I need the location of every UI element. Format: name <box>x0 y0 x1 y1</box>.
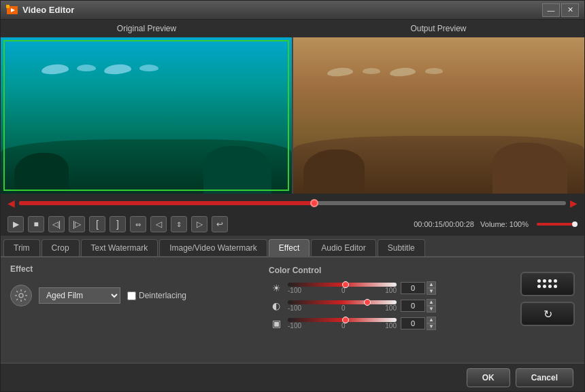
saturation-up-btn[interactable]: ▲ <box>427 317 436 323</box>
tabs-bar: Trim Crop Text Watermark Image/Video Wat… <box>1 236 584 257</box>
step-forward-button[interactable]: |▷ <box>69 216 85 232</box>
contrast-icon: ◐ <box>269 298 284 313</box>
saturation-icon: ▣ <box>269 316 284 331</box>
contrast-value-box: ▲ ▼ <box>401 299 436 313</box>
saturation-spinners: ▲ ▼ <box>427 317 436 330</box>
fast-forward-button[interactable]: ▷ <box>191 216 207 232</box>
volume-thumb[interactable] <box>572 221 578 227</box>
fish-1 <box>41 63 69 75</box>
effect-row: Aged Film None Sepia Black & White Negat… <box>10 285 262 306</box>
fish-right <box>327 68 443 76</box>
svg-rect-2 <box>6 5 10 8</box>
timeline-end-arrow: ▶ <box>570 198 578 209</box>
brightness-slider-container: -100 0 100 <box>288 283 397 294</box>
saturation-thumb[interactable] <box>342 317 349 323</box>
content-row: Effect Aged Film None Sepia Black & Whit… <box>10 264 575 334</box>
fish-r-4 <box>425 68 443 74</box>
cancel-button[interactable]: Cancel <box>516 368 573 387</box>
contrast-value-input[interactable] <box>401 300 425 312</box>
app-icon <box>6 4 18 16</box>
undo-button[interactable]: ↩ <box>212 216 228 232</box>
tab-audio-editor[interactable]: Audio Editor <box>311 239 375 256</box>
fish-r-3 <box>390 67 416 77</box>
step-back-button[interactable]: ◁| <box>48 216 65 232</box>
ok-button[interactable]: OK <box>467 368 510 387</box>
tab-text-watermark[interactable]: Text Watermark <box>81 239 158 256</box>
flip-h-button[interactable]: ⇔ <box>130 216 146 232</box>
timeline-thumb[interactable] <box>310 199 318 207</box>
color-section-title: Color Control <box>269 266 509 275</box>
saturation-slider[interactable] <box>288 318 397 322</box>
volume-fill <box>537 223 578 226</box>
tab-effect[interactable]: Effect <box>269 239 310 256</box>
fish-left <box>41 65 158 74</box>
minimize-button[interactable]: — <box>542 3 560 17</box>
stop-button[interactable]: ■ <box>28 216 44 232</box>
preview-labels-bar: Original Preview Output Preview <box>1 20 584 37</box>
original-preview-label: Original Preview <box>1 24 292 33</box>
app-window: Video Editor — ✕ Original Preview Output… <box>0 0 585 392</box>
output-preview-label: Output Preview <box>292 24 584 33</box>
saturation-down-btn[interactable]: ▼ <box>427 323 436 330</box>
brightness-icon: ☀ <box>269 281 284 296</box>
close-button[interactable]: ✕ <box>561 3 579 17</box>
brightness-up-btn[interactable]: ▲ <box>427 281 436 288</box>
mark-out-button[interactable]: ] <box>110 216 126 232</box>
mark-in-button[interactable]: [ <box>89 216 105 232</box>
volume-slider[interactable] <box>537 223 578 226</box>
contrast-thumb[interactable] <box>364 299 371 306</box>
play-button[interactable]: ▶ <box>7 216 24 232</box>
timeline-bar: ◀ ▶ <box>1 194 584 213</box>
brightness-value-input[interactable] <box>401 282 425 294</box>
preview-area <box>1 37 584 194</box>
action-buttons: ↻ <box>520 264 575 334</box>
contrast-down-btn[interactable]: ▼ <box>427 306 436 313</box>
dot-grid-button[interactable] <box>520 272 575 296</box>
contrast-labels: -100 0 100 <box>288 304 397 312</box>
saturation-labels: -100 0 100 <box>288 322 397 329</box>
contrast-row: ◐ -100 0 100 <box>269 298 509 313</box>
output-preview-pane <box>293 37 584 194</box>
fish-r-2 <box>363 68 380 74</box>
timeline-track[interactable] <box>19 201 566 205</box>
refresh-icon: ↻ <box>544 308 552 321</box>
tab-image-video-watermark[interactable]: Image/Video Watermark <box>159 239 267 256</box>
tab-subtitle[interactable]: Subtitle <box>378 239 425 256</box>
saturation-row: ▣ -100 0 100 <box>269 316 509 331</box>
saturation-value-input[interactable] <box>401 317 425 329</box>
fish-2 <box>77 65 96 71</box>
svg-point-3 <box>19 293 23 298</box>
fish-3 <box>103 63 131 75</box>
saturation-slider-container: -100 0 100 <box>288 318 397 329</box>
rewind-back-button[interactable]: ◁ <box>150 216 167 232</box>
reset-button[interactable]: ↻ <box>520 302 575 326</box>
time-display: 00:00:15/00:00:28 Volume: 100% <box>414 220 529 228</box>
deinterlacing-checkbox[interactable] <box>127 291 136 300</box>
title-bar: Video Editor — ✕ <box>1 1 584 20</box>
brightness-slider[interactable] <box>288 283 397 287</box>
original-scene <box>1 37 292 194</box>
effect-dropdown[interactable]: Aged Film None Sepia Black & White Negat… <box>39 287 120 304</box>
deinterlacing-label[interactable]: Deinterlacing <box>127 291 186 300</box>
contrast-slider[interactable] <box>288 300 397 304</box>
contrast-up-btn[interactable]: ▲ <box>427 299 436 306</box>
bottom-bar: OK Cancel <box>1 363 584 391</box>
brightness-down-btn[interactable]: ▼ <box>427 288 436 295</box>
main-content: Effect Aged Film None Sepia Black & Whit… <box>1 257 584 364</box>
brightness-labels: -100 0 100 <box>288 287 397 294</box>
color-control-panel: Color Control ☀ -100 0 100 <box>269 266 509 334</box>
gear-icon <box>14 289 28 302</box>
dot-grid-icon <box>537 279 558 289</box>
brightness-spinners: ▲ ▼ <box>427 281 436 295</box>
brightness-thumb[interactable] <box>342 281 349 288</box>
brightness-row: ☀ -100 0 100 <box>269 281 509 296</box>
tab-crop[interactable]: Crop <box>41 239 80 256</box>
tab-trim[interactable]: Trim <box>3 239 40 256</box>
timeline-progress <box>19 201 314 205</box>
flip-v-button[interactable]: ⇕ <box>171 216 187 232</box>
original-preview-pane <box>1 37 293 194</box>
effect-icon <box>10 285 32 306</box>
effect-panel: Effect Aged Film None Sepia Black & Whit… <box>10 264 262 334</box>
window-title: Video Editor <box>22 5 541 15</box>
brightness-value-box: ▲ ▼ <box>401 281 436 295</box>
